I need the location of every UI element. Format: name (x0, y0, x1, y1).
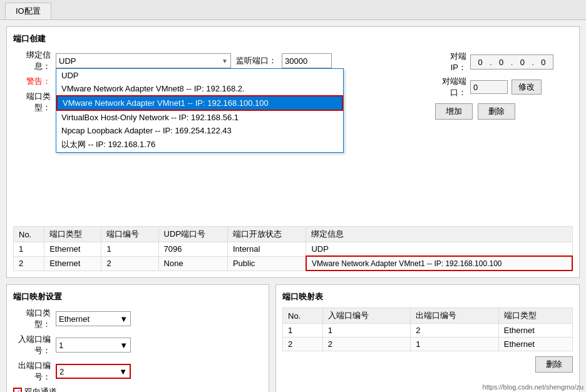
port-table-container: No. 端口类型 端口编号 UDP端口号 端口开放状态 绑定信息 1 Ether… (13, 226, 573, 271)
map-col-out-port: 出端口编号 (411, 308, 498, 324)
col-status: 端口开放状态 (227, 227, 306, 242)
delete-button[interactable]: 删除 (478, 103, 515, 120)
peer-port-row: 对端端口： 修改 (435, 76, 573, 98)
table-row[interactable]: 2 Ethernet 2 None Public VMware Network … (14, 256, 573, 271)
peer-port-input[interactable] (470, 80, 508, 94)
cell-port-no: 2 (101, 256, 158, 271)
binding-dropdown: UDP VMware Network Adapter VMnet8 -- IP:… (56, 68, 344, 153)
tab-bar: IO配置 (0, 0, 586, 20)
cell-port-no: 1 (101, 242, 158, 257)
col-port-no: 端口编号 (101, 227, 158, 242)
map-port-type-arrow-icon: ▼ (120, 314, 128, 324)
peer-form: 对端IP： . . . 对端端口： (435, 49, 573, 120)
peer-port-label: 对端端口： (435, 76, 466, 98)
cell-status: Internal (227, 242, 306, 257)
cell-udp-port: None (158, 256, 227, 271)
map-table-row[interactable]: 2 2 1 Ethernet (283, 338, 573, 351)
dropdown-item-npcap[interactable]: Npcap Loopback Adapter -- IP: 169.254.12… (56, 124, 343, 137)
port-creation-title: 端口创建 (13, 33, 573, 44)
checkmark-icon: ✓ (15, 388, 21, 393)
mapping-delete-btn-container: 删除 (282, 356, 573, 373)
dropdown-item-vmnet1[interactable]: VMware Network Adapter VMnet1 -- IP: 192… (56, 95, 343, 111)
map-col-in-port: 入端口编号 (322, 308, 410, 324)
map-col-no: No. (283, 308, 323, 324)
dropdown-item-udp[interactable]: UDP (56, 69, 343, 82)
map-cell-in-port: 2 (322, 338, 410, 351)
mapping-delete-button[interactable]: 删除 (535, 356, 573, 373)
action-buttons: 增加 删除 (435, 103, 573, 120)
port-mapping-settings-section: 端口映射设置 端口类型： Ethernet ▼ 入端口编号： 1 ▼ (6, 284, 269, 392)
input-port-value: 1 (59, 341, 63, 350)
mapping-table-title: 端口映射表 (282, 291, 573, 302)
dropdown-item-vmnet8[interactable]: VMware Network Adapter VMnet8 -- IP: 192… (56, 82, 343, 95)
bidirectional-checkbox[interactable]: ✓ (13, 388, 22, 392)
binding-select[interactable]: UDP ▼ (56, 53, 231, 68)
ip-seg2[interactable] (492, 55, 511, 69)
port-creation-section: 端口创建 绑定信息： UDP ▼ 监听端口： (6, 26, 580, 278)
map-port-type-row: 端口类型： Ethernet ▼ (13, 307, 262, 330)
dropdown-item-ethernet[interactable]: 以太网 -- IP: 192.168.1.76 (56, 137, 343, 152)
table-row[interactable]: 1 Ethernet 1 7096 Internal UDP (14, 242, 573, 257)
map-cell-no: 1 (283, 324, 323, 338)
binding-label: 绑定信息： (13, 49, 51, 72)
main-content: 端口创建 绑定信息： UDP ▼ 监听端口： (0, 20, 586, 392)
map-port-type-label: 端口类型： (13, 307, 51, 330)
output-port-value: 2 (59, 367, 64, 376)
ip-seg3[interactable] (513, 55, 532, 69)
output-port-select[interactable]: 2 ▼ (56, 364, 131, 379)
tab-io-config[interactable]: IO配置 (5, 3, 51, 19)
dropdown-item-vbox[interactable]: VirtualBox Host-Only Network -- IP: 192.… (56, 111, 343, 124)
binding-select-value: UDP (59, 56, 76, 66)
cell-type: Ethernet (44, 256, 101, 271)
listen-port-input[interactable] (282, 53, 332, 68)
map-port-type-select[interactable]: Ethernet ▼ (56, 311, 131, 326)
bottom-area: 端口映射设置 端口类型： Ethernet ▼ 入端口编号： 1 ▼ (6, 284, 580, 392)
cell-udp-port: 7096 (158, 242, 227, 257)
map-cell-no: 2 (283, 338, 323, 351)
output-port-label: 出端口编号： (13, 360, 51, 383)
cell-no: 2 (14, 256, 44, 271)
input-port-arrow-icon: ▼ (120, 341, 128, 350)
select-arrow-icon: ▼ (222, 58, 228, 64)
listen-port-label: 监听端口： (236, 55, 277, 66)
modify-button[interactable]: 修改 (511, 80, 542, 95)
cell-no: 1 (14, 242, 44, 257)
port-type-label: 端口类型： (13, 91, 51, 113)
map-table-row[interactable]: 1 1 2 Ethernet (283, 324, 573, 338)
watermark-text: https://blog.csdn.net/shengmo/zu (483, 383, 583, 391)
col-no: No. (14, 227, 44, 242)
bidirectional-row: ✓ 双向通道 (13, 386, 262, 392)
cell-status: Public (227, 256, 306, 271)
input-port-label: 入端口编号： (13, 334, 51, 356)
peer-ip-row: 对端IP： . . . (435, 51, 573, 73)
warning-label: 警告： (13, 76, 51, 87)
input-port-row: 入端口编号： 1 ▼ (13, 334, 262, 356)
mapping-settings-title: 端口映射设置 (13, 291, 262, 302)
map-cell-type: Ethernet (498, 324, 572, 338)
map-port-type-value: Ethernet (59, 314, 90, 324)
map-cell-out-port: 1 (411, 338, 498, 351)
output-port-row: 出端口编号： 2 ▼ (13, 360, 262, 383)
peer-ip-input: . . . (470, 54, 553, 70)
col-binding: 绑定信息 (306, 227, 572, 242)
add-button[interactable]: 增加 (435, 103, 473, 120)
port-mapping-table-section: 端口映射表 No. 入端口编号 出端口编号 端口类型 1 1 (275, 284, 580, 392)
map-cell-type: Ethernet (498, 338, 572, 351)
map-cell-out-port: 2 (411, 324, 498, 338)
main-window: IO配置 端口创建 绑定信息： UDP ▼ 监听端口： (0, 0, 586, 392)
col-udp-port: UDP端口号 (158, 227, 227, 242)
cell-binding: UDP (306, 242, 572, 257)
output-port-arrow-icon: ▼ (119, 367, 127, 376)
col-type: 端口类型 (44, 227, 101, 242)
map-cell-in-port: 1 (322, 324, 410, 338)
map-col-type: 端口类型 (498, 308, 572, 324)
mapping-table: No. 入端口编号 出端口编号 端口类型 1 1 2 Ethernet (282, 307, 573, 351)
bidirectional-label: 双向通道 (24, 386, 57, 392)
ip-seg1[interactable] (471, 55, 490, 69)
cell-type: Ethernet (44, 242, 101, 257)
cell-binding-highlight: VMware Network Adapter VMnet1 -- IP: 192… (306, 256, 572, 271)
input-port-select[interactable]: 1 ▼ (56, 338, 131, 353)
peer-ip-label: 对端IP： (435, 51, 466, 73)
port-table: No. 端口类型 端口编号 UDP端口号 端口开放状态 绑定信息 1 Ether… (13, 226, 573, 271)
ip-seg4[interactable] (534, 55, 553, 69)
